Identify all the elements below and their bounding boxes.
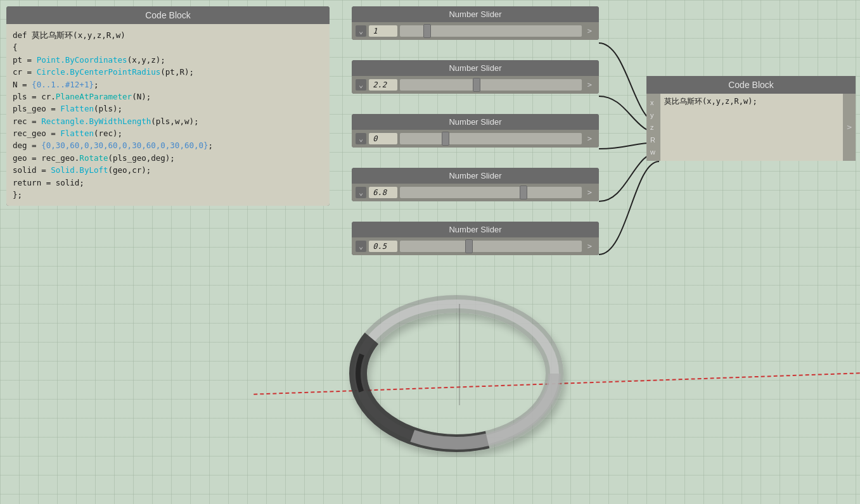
slider4-arrow[interactable]: > [584, 187, 595, 198]
slider5-value: 0.5 [369, 241, 397, 252]
slider4-thumb[interactable] [520, 186, 527, 199]
port-r: R [650, 135, 657, 146]
code-line-12: solid = Solid.ByLoft(geo,cr); [13, 164, 323, 176]
slider2-value: 2.2 [369, 79, 397, 91]
code-block-left-title: Code Block [6, 6, 330, 24]
slider5-title: Number Slider [352, 222, 599, 237]
slider2-chevron[interactable]: ⌄ [356, 79, 366, 91]
code-line-6: pls = cr.PlaneAtParameter(N); [13, 91, 323, 103]
slider4-body: ⌄ 6.8 > [352, 184, 599, 201]
right-code-content[interactable]: 莫比乌斯环(x,y,z,R,w); [660, 94, 843, 161]
code-block-left: Code Block def 莫比乌斯环(x,y,z,R,w) { pt = P… [6, 6, 330, 206]
ring-visualization [342, 279, 570, 481]
slider5-body: ⌄ 0.5 > [352, 237, 599, 255]
code-line-5: N = {0..1..#12+1}; [13, 79, 323, 91]
slider3: Number Slider ⌄ 0 > [352, 114, 599, 148]
code-line-10: deg = {0,30,60,0,30,60,0,30,60,0,30,60,0… [13, 139, 323, 151]
code-line-2: { [13, 41, 323, 53]
port-x: x [650, 98, 657, 109]
slider4-title: Number Slider [352, 168, 599, 184]
slider5-track[interactable] [400, 241, 582, 252]
ring-svg [342, 279, 570, 481]
slider3-thumb[interactable] [442, 132, 449, 146]
slider1-title: Number Slider [352, 6, 599, 22]
code-block-right-body: x y z R w 莫比乌斯环(x,y,z,R,w); > [646, 94, 856, 161]
slider4-value: 6.8 [369, 187, 397, 198]
slider2-title: Number Slider [352, 60, 599, 76]
slider3-title: Number Slider [352, 114, 599, 130]
right-ports: x y z R w [646, 94, 660, 161]
slider1-chevron[interactable]: ⌄ [356, 25, 366, 37]
slider5-arrow[interactable]: > [584, 241, 595, 252]
slider1-track[interactable] [400, 25, 582, 37]
slider4: Number Slider ⌄ 6.8 > [352, 168, 599, 201]
code-line-4: cr = Circle.ByCenterPointRadius(pt,R); [13, 66, 323, 78]
slider3-arrow[interactable]: > [584, 133, 595, 144]
slider5-thumb[interactable] [465, 239, 473, 253]
slider3-track[interactable] [400, 133, 582, 144]
slider3-chevron[interactable]: ⌄ [356, 133, 366, 144]
slider1-value: 1 [369, 25, 397, 37]
slider3-body: ⌄ 0 > [352, 130, 599, 148]
code-line-7: pls_geo = Flatten(pls); [13, 103, 323, 115]
slider1-body: ⌄ 1 > [352, 22, 599, 40]
slider2: Number Slider ⌄ 2.2 > [352, 60, 599, 94]
slider1-arrow[interactable]: > [584, 25, 595, 37]
code-line-9: rec_geo = Flatten(rec); [13, 127, 323, 139]
output-arrow-icon: > [847, 122, 852, 132]
code-block-left-content[interactable]: def 莫比乌斯环(x,y,z,R,w) { pt = Point.ByCoor… [6, 24, 330, 206]
slider2-arrow[interactable]: > [584, 79, 595, 91]
slider2-body: ⌄ 2.2 > [352, 76, 599, 94]
code-line-3: pt = Point.ByCoordinates(x,y,z); [13, 54, 323, 66]
slider3-value: 0 [369, 133, 397, 144]
slider1: Number Slider ⌄ 1 > [352, 6, 599, 40]
slider5-chevron[interactable]: ⌄ [356, 241, 366, 252]
port-y: y [650, 110, 657, 122]
slider2-track[interactable] [400, 79, 582, 91]
code-line-11: geo = rec_geo.Rotate(pls_geo,deg); [13, 152, 323, 164]
slider1-thumb[interactable] [423, 24, 431, 38]
code-line-1: def 莫比乌斯环(x,y,z,R,w) [13, 29, 323, 41]
code-line-14: }; [13, 189, 323, 201]
slider2-thumb[interactable] [473, 78, 480, 92]
port-w: w [650, 147, 657, 158]
slider4-chevron[interactable]: ⌄ [356, 187, 366, 198]
code-line-13: return = solid; [13, 177, 323, 189]
right-output-port[interactable]: > [843, 94, 856, 161]
code-line-8: rec = Rectangle.ByWidthLength(pls,w,w); [13, 115, 323, 127]
slider4-track[interactable] [400, 187, 582, 198]
slider5: Number Slider ⌄ 0.5 > [352, 222, 599, 255]
port-z: z [650, 122, 657, 134]
code-block-right-title: Code Block [646, 76, 856, 94]
code-block-right: Code Block x y z R w 莫比乌斯环(x,y,z,R,w); > [646, 76, 856, 161]
